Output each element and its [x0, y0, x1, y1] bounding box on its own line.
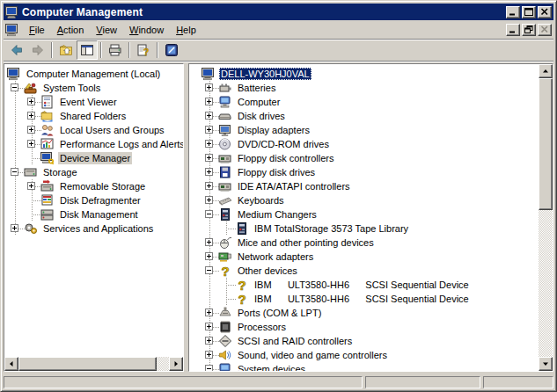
tree-item[interactable]: Medium Changers — [202, 207, 539, 221]
vertical-scrollbar[interactable] — [539, 64, 553, 371]
expand-plus-icon[interactable] — [205, 351, 213, 359]
expand-plus-icon[interactable] — [205, 140, 213, 148]
tree-item[interactable]: ?Other devices — [202, 264, 539, 278]
scroll-left-button[interactable] — [4, 357, 18, 371]
tree-item-label: Disk Defragmenter — [58, 194, 143, 207]
expand-plus-icon[interactable] — [205, 98, 213, 105]
expand-plus-icon[interactable] — [205, 154, 213, 162]
tree-indent — [202, 334, 218, 348]
tree-item[interactable]: Disk drives — [202, 109, 539, 123]
tree-item[interactable]: IDE ATA/ATAPI controllers — [202, 179, 539, 193]
minimize-button[interactable] — [506, 6, 520, 18]
scrollbar-track[interactable] — [539, 210, 553, 357]
expand-plus-icon[interactable] — [205, 168, 213, 176]
tree-item[interactable]: Local Users and Groups — [7, 123, 183, 137]
tree-item[interactable]: Sound, video and game controllers — [202, 348, 539, 362]
tree-item[interactable]: SCSI and RAID controllers — [202, 334, 539, 348]
network-adapter-icon — [218, 250, 232, 264]
scrollbar-thumb[interactable] — [539, 78, 553, 210]
expand-plus-icon[interactable] — [205, 309, 213, 316]
collapse-minus-icon[interactable] — [205, 210, 213, 218]
battery-icon — [218, 81, 232, 95]
tree-item[interactable]: Ports (COM & LPT) — [202, 306, 539, 320]
expand-plus-icon[interactable] — [27, 112, 35, 120]
tree-item[interactable]: Performance Logs and Alerts — [7, 137, 183, 151]
menu-file[interactable]: File — [23, 22, 51, 38]
forward-button[interactable] — [27, 40, 48, 60]
tree-item[interactable]: IBM TotalStorage 3573 Tape Library — [202, 221, 539, 236]
menu-view[interactable]: View — [90, 22, 123, 38]
tree-item[interactable]: Floppy disk drives — [202, 165, 539, 179]
menu-window[interactable]: Window — [123, 22, 170, 38]
expand-plus-icon[interactable] — [11, 224, 18, 232]
show-hide-tree-button[interactable] — [77, 40, 98, 60]
scrollbar-track[interactable] — [157, 357, 169, 371]
expand-plus-icon[interactable] — [27, 140, 35, 148]
menu-help[interactable]: Help — [170, 22, 202, 38]
expand-plus-icon[interactable] — [27, 182, 35, 190]
collapse-minus-icon[interactable] — [205, 266, 213, 274]
tree-item[interactable]: DVD/CD-ROM drives — [202, 137, 539, 151]
expand-plus-icon[interactable] — [205, 83, 213, 91]
expand-plus-icon[interactable] — [205, 196, 213, 204]
expand-plus-icon[interactable] — [205, 112, 213, 120]
tree-item[interactable]: Storage — [7, 165, 183, 179]
computer-icon[interactable] — [5, 23, 19, 37]
tree-item[interactable]: Batteries — [202, 81, 539, 95]
tree-item[interactable]: Event Viewer — [7, 95, 183, 109]
tree-item[interactable]: Network adapters — [202, 250, 539, 264]
expand-plus-icon[interactable] — [205, 252, 213, 260]
scrollbar-thumb[interactable] — [18, 357, 157, 371]
maximize-button[interactable] — [522, 6, 536, 18]
expand-plus-icon[interactable] — [205, 238, 213, 246]
tree-item[interactable]: Removable Storage — [7, 179, 183, 193]
mdi-close-button[interactable] — [538, 24, 552, 36]
expand-plus-icon[interactable] — [205, 126, 213, 134]
print-button[interactable] — [105, 40, 126, 60]
tree-item[interactable]: System Tools — [7, 81, 183, 95]
collapse-minus-icon[interactable] — [11, 83, 18, 91]
console-button[interactable] — [161, 40, 182, 60]
tree-item[interactable]: Keyboards — [202, 193, 539, 207]
tree-item[interactable]: System devices — [202, 362, 539, 371]
tree-item[interactable]: ?IBM ULT3580-HH6 SCSI Sequential Device — [202, 278, 539, 292]
expand-plus-icon[interactable] — [27, 98, 35, 105]
mdi-minimize-button[interactable] — [506, 24, 520, 36]
tree-item[interactable]: Computer Management (Local) — [7, 67, 183, 81]
scroll-right-button[interactable] — [169, 357, 183, 371]
tree-item[interactable]: Services and Applications — [7, 221, 183, 236]
tree-item[interactable]: Shared Folders — [7, 109, 183, 123]
tree-item-label: DELL-WY30HJ0VAL — [219, 68, 311, 80]
tree-item[interactable]: Floppy disk controllers — [202, 151, 539, 165]
tree-item[interactable]: Device Manager — [7, 151, 183, 165]
scroll-down-button[interactable] — [539, 357, 553, 371]
horizontal-scrollbar[interactable] — [4, 357, 183, 371]
expand-plus-icon[interactable] — [27, 126, 35, 134]
back-button[interactable] — [6, 40, 27, 60]
menu-action[interactable]: Action — [51, 22, 91, 38]
tree-item[interactable]: ?IBM ULT3580-HH6 SCSI Sequential Device — [202, 292, 539, 306]
statusbar — [4, 374, 553, 388]
tree-item[interactable]: Mice and other pointing devices — [202, 236, 539, 250]
tree-item[interactable]: Disk Defragmenter — [7, 193, 183, 207]
help-button[interactable]: ? — [133, 40, 154, 60]
expand-plus-icon[interactable] — [205, 323, 213, 330]
tree-indent — [202, 193, 218, 207]
close-button[interactable] — [538, 6, 552, 18]
scroll-up-button[interactable] — [539, 64, 553, 78]
collapse-minus-icon[interactable] — [205, 365, 213, 371]
tree-item[interactable]: Display adapters — [202, 123, 539, 137]
up-button[interactable] — [55, 40, 77, 60]
tree-item[interactable]: Disk Management — [7, 207, 183, 221]
collapse-minus-icon[interactable] — [11, 168, 18, 176]
computer-device-icon — [218, 95, 232, 109]
forward-arrow-icon — [31, 43, 45, 57]
tree-item[interactable]: Computer — [202, 95, 539, 109]
expand-plus-icon[interactable] — [205, 182, 213, 190]
expand-plus-icon[interactable] — [205, 337, 213, 345]
titlebar[interactable]: Computer Management — [4, 4, 553, 20]
tree-item[interactable]: DELL-WY30HJ0VAL — [202, 67, 539, 81]
tree-item[interactable]: Processors — [202, 320, 539, 334]
tree-indent — [202, 362, 218, 371]
mdi-restore-button[interactable] — [522, 24, 536, 36]
